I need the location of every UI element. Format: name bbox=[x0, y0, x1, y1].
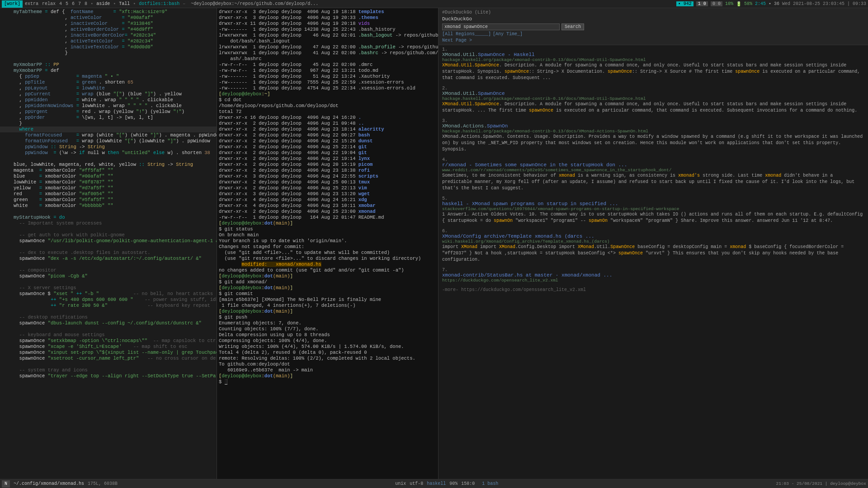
workspace-5[interactable]: 5 bbox=[64, 1, 70, 6]
code-line: blue, lowWhite, magenta, red, white, yel… bbox=[0, 162, 217, 168]
terminal-line: 1 file changed, 4 insertions(+), 7 delet… bbox=[219, 303, 436, 309]
terminal-line: $ git add xmonad/ bbox=[219, 279, 436, 285]
terminal-line: Changes not staged for commit: bbox=[219, 244, 436, 250]
code-line: , inactiveTextColor = "#d0d0d0" bbox=[0, 44, 217, 50]
result-1-num: 1. bbox=[442, 47, 864, 52]
workspace-work[interactable]: [work] bbox=[2, 0, 23, 8]
main-layout: myTabTheme = def { fontName = "xft:Hack:… bbox=[0, 8, 868, 479]
status-mode: N bbox=[2, 480, 10, 488]
result-2: 2. XMonad.Util.SpawnOnce hackage.haskell… bbox=[442, 86, 864, 114]
code-line: , ppOrder = \[ws, l, t] -> [ws, l, t] bbox=[0, 115, 217, 121]
terminal-line: drwxr-xr-x 3 deyloop deyloop 4096 Aug 19… bbox=[219, 15, 436, 21]
status-percent: 90% bbox=[449, 481, 458, 486]
terminal-prompt-line: [deyloop@deybox:dot(main)] bbox=[219, 309, 436, 314]
code-line: yellow = xmobarColor "#d7af5f" "" bbox=[0, 185, 217, 191]
terminal-line: $ █ bbox=[219, 379, 436, 385]
terminal-line: (use "git restore <file>..." to discard … bbox=[219, 256, 436, 262]
terminal-line: drwxr-xr-x 2 deyloop deyloop 4096 Aug 25… bbox=[219, 185, 436, 191]
code-line: spawnOnce "dbus-launch dunst --config ~/… bbox=[0, 320, 217, 326]
code-line: { ppSep = magenta " • " bbox=[0, 74, 217, 80]
code-line: -- dex to execute .desktop files in auto… bbox=[0, 250, 217, 256]
code-line: -- system tray and icons bbox=[0, 367, 217, 373]
result-6-title[interactable]: XMonad/Config archive/Template xmonad.hs… bbox=[442, 234, 864, 239]
result-7-num: 7. bbox=[442, 267, 864, 272]
workspace-6[interactable]: 6 bbox=[71, 1, 76, 6]
terminal-line: Compressing objects: 100% (4/4), done. bbox=[219, 338, 436, 344]
result-5-url: stackoverflow.com/questions/10976044/xmo… bbox=[442, 206, 864, 211]
terminal-line: Your branch is up to date with 'origin/m… bbox=[219, 238, 436, 244]
result-5-title[interactable]: haskell - XMonad spawn programs on start… bbox=[442, 201, 864, 206]
result-1-title[interactable]: XMonad.Util.SpawnOnce - Haskell bbox=[442, 52, 864, 57]
result-7-title[interactable]: xmonad-contrib/StatusBar.hs at master · … bbox=[442, 272, 864, 278]
terminal-line: lrwxrwxrwx 1 deyloop deyloop 46 Aug 22 0… bbox=[219, 33, 436, 44]
filter-regions[interactable]: [All Regions_____] bbox=[442, 32, 491, 37]
code-line: } bbox=[0, 50, 217, 56]
cpu-indicator: 0 0 bbox=[711, 1, 722, 6]
workspace-7[interactable]: 7 bbox=[77, 1, 82, 6]
result-4-title[interactable]: r/xmonad - Sometimes some spawnOnce in t… bbox=[442, 162, 864, 168]
dotfiles-info: dotfiles:1:bash bbox=[137, 1, 181, 6]
search-button[interactable]: Search bbox=[561, 23, 584, 30]
result-5-num: 5. bbox=[442, 196, 864, 201]
result-2-title[interactable]: XMonad.Util.SpawnOnce bbox=[442, 91, 864, 96]
terminal-content[interactable]: drwxr-xr-x 3 deyloop deyloop 4096 Aug 19… bbox=[217, 8, 438, 479]
terminal-line: Counting objects: 100% (7/7), done. bbox=[219, 326, 436, 332]
code-line bbox=[0, 209, 217, 215]
result-3-title[interactable]: XMonad.Actions.SpawnOn bbox=[442, 123, 864, 129]
code-line: } bbox=[0, 121, 217, 127]
code-line: spawnOnce "dex -a -s /etc/xdg/autostart/… bbox=[0, 256, 217, 262]
filter-time[interactable]: [Any Time_] bbox=[493, 32, 523, 37]
workspace-8[interactable]: 8 bbox=[83, 1, 89, 6]
result-1-url: hackage.haskell.org/package/xmonad-contr… bbox=[442, 57, 864, 62]
code-line: myTabTheme = def { fontName = "xft:Hack:… bbox=[0, 9, 217, 15]
code-line: spawnOnce "trayer --edge top --align rig… bbox=[0, 373, 217, 379]
workspace-4[interactable]: 4 bbox=[58, 1, 63, 6]
terminal-line: drwxr-xr-x 2 deyloop deyloop 4096 Aug 22… bbox=[219, 138, 436, 144]
terminal-line: -rw------- 1 deyloop deyloop 14238 Aug 2… bbox=[219, 27, 436, 33]
code-line: spawnOnce "/usr/lib/polkit-gnome/polkit-… bbox=[0, 238, 217, 244]
editor-content[interactable]: myTabTheme = def { fontName = "xft:Hack:… bbox=[0, 8, 217, 479]
workspace-extra[interactable]: extra bbox=[24, 1, 40, 6]
result-7-url: https://duckduckgo.com/opensearch_lite_v… bbox=[442, 278, 864, 283]
terminal-line: $ git push bbox=[219, 314, 436, 320]
result-1-desc: XMonad.Util.SpawnOnce. Description. A mo… bbox=[442, 62, 864, 81]
code-line: ppWindow :: String -> String bbox=[0, 144, 217, 150]
browser-title-bar: #DuckDuckGo (Lite) bbox=[442, 10, 864, 15]
brightness: ▪ 36 bbox=[769, 1, 779, 6]
topbar-sep-4: – bbox=[182, 1, 186, 6]
code-line: myXmobarPP = def bbox=[0, 68, 217, 74]
terminal-line: -rw-rw-r-- 1 deyloop deyloop 967 Aug 22 … bbox=[219, 68, 436, 74]
browser-pane: #DuckDuckGo (Lite) DuckDuckGo Search [Al… bbox=[439, 8, 868, 479]
code-line: green = xmobarColor "#5faf5f" "" bbox=[0, 197, 217, 203]
terminal-line: $ git status bbox=[219, 226, 436, 232]
result-6-url: wiki.haskell.org/Xmonad/Config_archive/T… bbox=[442, 239, 864, 244]
terminal-line: drwxr-xr-x 16 deyloop deyloop 4096 Aug 2… bbox=[219, 115, 436, 121]
search-input[interactable] bbox=[442, 23, 560, 30]
terminal-line: [main e5b637e] [XMonad] The No-Bell Priz… bbox=[219, 297, 436, 303]
result-6-num: 6. bbox=[442, 229, 864, 234]
search-row: Search bbox=[442, 23, 864, 30]
code-line: lowWhite = xmobarColor "#8f8787" "" bbox=[0, 179, 217, 185]
next-page-link[interactable]: Next Page > bbox=[442, 38, 864, 43]
code-line: spawnOnce "picom -Cgb &" bbox=[0, 273, 217, 279]
result-3-url: hackage.haskell.org/package/xmonad-contr… bbox=[442, 129, 864, 134]
code-line: ppWindow = (\w -> if null w then "untitl… bbox=[0, 150, 217, 156]
code-line: , ppLayout = lowWhite bbox=[0, 85, 217, 91]
terminal-line: drwxr-xr-x 2 deyloop deyloop 4096 Aug 22… bbox=[219, 132, 436, 138]
code-line: , ppTitle = green . shorten 65 bbox=[0, 80, 217, 85]
code-line: , ppHidden = white . wrap " " " " . clic… bbox=[0, 97, 217, 103]
terminal-line: -rw------- 1 deyloop deyloop 4754 Aug 25… bbox=[219, 85, 436, 91]
terminal-line: 60169e9..e5b637e main -> main bbox=[219, 367, 436, 373]
result-5-desc: 1 Answer1. Active Oldest Votes. 10. The … bbox=[442, 211, 864, 224]
terminal-line: drwxr-xr-x 2 deyloop deyloop 4096 Aug 22… bbox=[219, 156, 436, 162]
terminal-line: -rw------- 1 deyloop deyloop 51 Aug 22 1… bbox=[219, 74, 436, 80]
browser-results: 1. XMonad.Util.SpawnOnce - Haskell hacka… bbox=[439, 45, 868, 479]
code-line: -- compositor bbox=[0, 267, 217, 273]
code-line: spawnOnce "xcape -e 'Shift_L=Escape' -- … bbox=[0, 344, 217, 350]
code-line: , ppUrgent = red . wrap (yellow "!") (ye… bbox=[0, 109, 217, 115]
terminal-line: drwxr-xr-x 4 deyloop deyloop 4096 Aug 23… bbox=[219, 203, 436, 209]
status-encoding: unix bbox=[395, 481, 406, 486]
result-1: 1. XMonad.Util.SpawnOnce - Haskell hacka… bbox=[442, 47, 864, 81]
code-line: formatFocused = wrap (white "[") (white … bbox=[0, 132, 217, 138]
workspace-relax[interactable]: relax bbox=[41, 1, 57, 6]
